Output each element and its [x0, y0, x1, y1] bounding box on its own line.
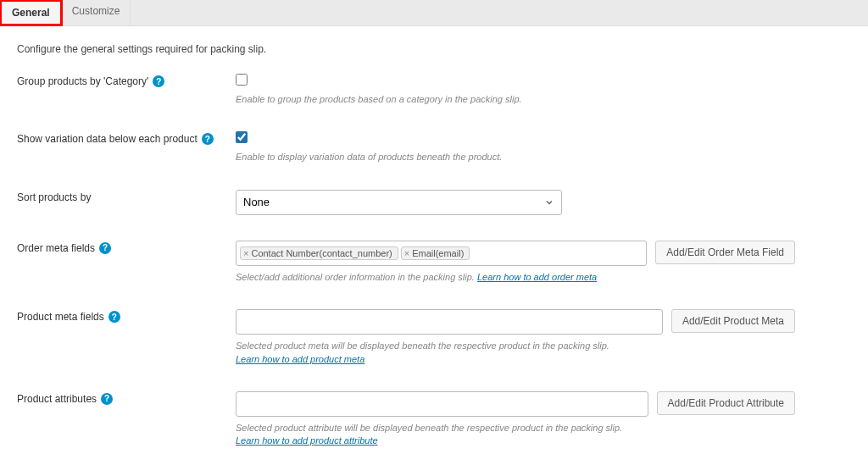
- link-product-meta-help[interactable]: Learn how to add product meta: [236, 354, 364, 364]
- label-sort: Sort products by: [17, 190, 236, 203]
- desc-variation: Enable to display variation data of prod…: [236, 151, 562, 163]
- tag-input-product-attr[interactable]: [236, 391, 648, 417]
- label-product-meta: Product meta fields ?: [17, 309, 236, 323]
- row-product-meta: Product meta fields ? Selected product m…: [17, 309, 851, 366]
- tag-input-order-meta[interactable]: × Contact Number(contact_number) × Email…: [236, 241, 647, 266]
- control-group-category: Enable to group the products based on a …: [236, 74, 562, 106]
- select-sort[interactable]: None: [236, 190, 562, 215]
- settings-content: Configure the general settings required …: [0, 26, 868, 465]
- add-edit-product-attr-button[interactable]: Add/Edit Product Attribute: [657, 391, 795, 415]
- tab-general[interactable]: General: [0, 0, 63, 26]
- tag-remove-icon[interactable]: ×: [243, 248, 248, 258]
- add-edit-product-meta-button[interactable]: Add/Edit Product Meta: [671, 309, 795, 333]
- control-product-meta: Selected product meta will be displayed …: [236, 309, 795, 366]
- help-icon[interactable]: ?: [153, 75, 164, 87]
- desc-product-attr: Selected product attribute will be displ…: [236, 422, 648, 448]
- help-icon[interactable]: ?: [108, 311, 120, 323]
- intro-text: Configure the general settings required …: [17, 43, 851, 55]
- add-edit-order-meta-button[interactable]: Add/Edit Order Meta Field: [655, 241, 795, 264]
- desc-product-meta: Selected product meta will be displayed …: [236, 340, 663, 366]
- control-product-attr: Selected product attribute will be displ…: [236, 391, 795, 448]
- label-order-meta: Order meta fields ?: [17, 241, 236, 254]
- tag-remove-icon[interactable]: ×: [404, 248, 409, 258]
- link-product-attr-help[interactable]: Learn how to add product attribute: [236, 435, 378, 446]
- label-product-attr: Product attributes ?: [17, 391, 236, 405]
- desc-group-category: Enable to group the products based on a …: [236, 93, 562, 106]
- control-order-meta: × Contact Number(contact_number) × Email…: [236, 241, 795, 284]
- control-sort: None: [236, 190, 562, 215]
- checkbox-variation[interactable]: [236, 131, 248, 143]
- help-icon[interactable]: ?: [99, 242, 111, 254]
- tag-input-product-meta[interactable]: [236, 309, 663, 335]
- control-variation: Enable to display variation data of prod…: [236, 131, 562, 163]
- tag-item: × Email(email): [401, 246, 470, 260]
- label-variation: Show variation data below each product ?: [17, 131, 236, 145]
- desc-order-meta: Select/add additional order information …: [236, 271, 647, 284]
- row-product-attr: Product attributes ? Selected product at…: [17, 391, 851, 448]
- link-order-meta-help[interactable]: Learn how to add order meta: [477, 272, 597, 282]
- row-order-meta: Order meta fields ? × Contact Number(con…: [17, 241, 851, 284]
- help-icon[interactable]: ?: [202, 133, 214, 145]
- tab-bar: General Customize: [0, 0, 868, 26]
- row-sort: Sort products by None: [17, 190, 851, 215]
- tab-customize[interactable]: Customize: [62, 0, 131, 25]
- row-group-category: Group products by 'Category' ? Enable to…: [17, 74, 851, 106]
- row-variation: Show variation data below each product ?…: [17, 131, 851, 163]
- checkbox-group-category[interactable]: [236, 74, 248, 86]
- help-icon[interactable]: ?: [101, 393, 113, 405]
- label-group-category: Group products by 'Category' ?: [17, 74, 236, 87]
- tag-item: × Contact Number(contact_number): [240, 246, 398, 260]
